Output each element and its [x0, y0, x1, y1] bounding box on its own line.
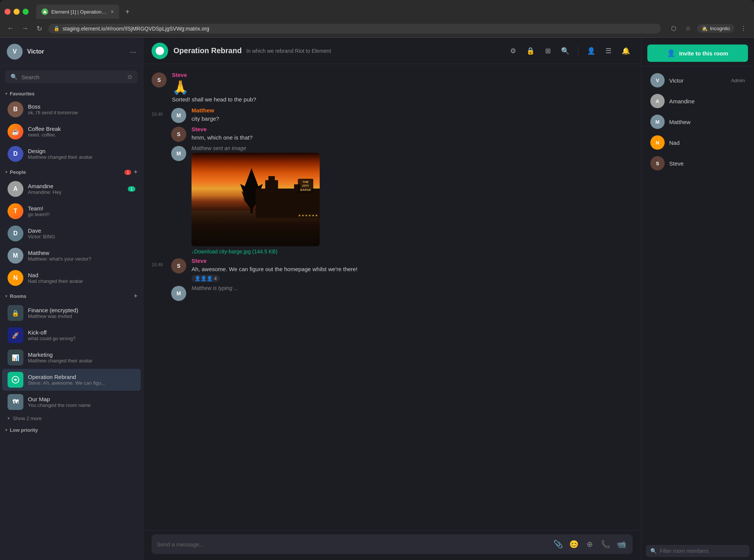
amandine-name: Amandine [28, 183, 123, 189]
coffee-avatar: ☕ [8, 124, 23, 140]
team-avatar: T [8, 203, 23, 219]
member-amandine[interactable]: A Amandine [644, 91, 751, 111]
user-avatar: V [7, 44, 23, 60]
people-add-btn[interactable]: + [133, 168, 138, 176]
member-nad[interactable]: N Nad [644, 132, 751, 153]
sidebar-item-amandine[interactable]: A Amandine Amandine: Hey 1 [2, 178, 141, 200]
url-bar[interactable]: 🔒 staging.element.io/#/room/!lSjMRGQVDSp… [48, 24, 661, 34]
ourmap-avatar: 🗺 [8, 394, 23, 410]
finance-name: Finance (encrypted) [28, 307, 135, 313]
sidebar-item-ourmap[interactable]: 🗺 Our Map You changed the room name [2, 391, 141, 413]
invite-label: Invite to this room [679, 50, 728, 57]
format-btn[interactable]: ⊕ [584, 538, 596, 550]
sidebar-item-finance[interactable]: 🔒 Finance (encrypted) Matthew was invite… [2, 302, 141, 324]
sidebar-item-marketing[interactable]: 📊 Marketing Matthew changed their avatar [2, 347, 141, 368]
member-steve[interactable]: S Steve [644, 153, 751, 173]
cast-icon[interactable]: ⬡ [668, 23, 679, 34]
tab-close-btn[interactable]: × [111, 9, 114, 15]
dave-info: Dave Victor: BING [28, 227, 135, 239]
close-window-btn[interactable] [5, 9, 11, 15]
sidebar-item-dave[interactable]: D Dave Victor: BING [2, 222, 141, 244]
boss-preview: ok, I'll send it tomorrow [28, 110, 135, 115]
security-btn[interactable]: 🔒 [524, 44, 537, 58]
low-priority-header[interactable]: ▾ Low priority [0, 424, 143, 434]
sidebar-menu-btn[interactable]: ··· [130, 48, 136, 56]
search-bar[interactable]: 🔍 ⊙ [5, 71, 138, 83]
sidebar-item-matthew[interactable]: M Matthew Matthew: what's your vector? [2, 245, 141, 267]
steve-content-1: Steve 🙏 Sorted! shall we head to the pub… [172, 72, 633, 104]
sidebar-item-kickoff[interactable]: 🚀 Kick-off what could go wrong? [2, 324, 141, 346]
incognito-label: Incognito [710, 26, 730, 31]
filter-members-bar[interactable]: 🔍 [646, 545, 749, 557]
tab-bar: Element [1] | Operation Rebran × + [0, 0, 754, 20]
member-victor[interactable]: V Victor Admin [644, 70, 751, 91]
people-header[interactable]: ▾ People 1 + [0, 165, 143, 178]
more-options-btn[interactable]: ⋮ [738, 23, 749, 34]
boss-name: Boss [28, 103, 135, 110]
sidebar-item-nad[interactable]: N Nad Nad changed their avatar [2, 267, 141, 289]
low-priority-label: Low priority [10, 427, 138, 433]
minimize-window-btn[interactable] [14, 9, 20, 15]
chat-input[interactable] [157, 541, 548, 548]
members-btn[interactable]: 👤 [584, 44, 598, 58]
notifications-btn[interactable]: 🔔 [619, 44, 633, 58]
attach-btn[interactable]: 📎 [552, 538, 564, 550]
boss-info: Boss ok, I'll send it tomorrow [28, 103, 135, 115]
filter-search-icon: 🔍 [650, 548, 657, 554]
incognito-badge: 🕵 Incognito [697, 24, 734, 33]
sidebar-item-boss[interactable]: B Boss ok, I'll send it tomorrow [2, 98, 141, 120]
browser-tab[interactable]: Element [1] | Operation Rebran × [36, 5, 119, 19]
rooms-add-btn[interactable]: + [133, 292, 138, 300]
voice-btn[interactable]: 📞 [599, 538, 611, 550]
amandine-avatar: A [8, 181, 23, 197]
steve-content-2: Steve hmm, which one is that? [192, 126, 633, 142]
rooms-header[interactable]: ▾ Rooms + [0, 289, 143, 302]
video-btn[interactable]: 📹 [615, 538, 627, 550]
apps-btn[interactable]: ⊞ [541, 44, 555, 58]
favourites-header[interactable]: ▾ Favourites [0, 88, 143, 98]
download-link[interactable]: ↓Download city-barge.jpg (144.5 KB) [192, 249, 633, 255]
sidebar-item-team[interactable]: T Team! go team!!! [2, 200, 141, 222]
team-info: Team! go team!!! [28, 205, 135, 217]
settings-btn[interactable]: ⚙ [506, 44, 520, 58]
kickoff-name: Kick-off [28, 329, 135, 336]
typing-avatar: M [171, 286, 186, 301]
reaction-1[interactable]: 👤👤👤 4 [192, 275, 220, 282]
member-matthew[interactable]: M Matthew [644, 112, 751, 132]
back-btn[interactable]: ← [5, 23, 16, 34]
low-priority-collapse-icon: ▾ [5, 428, 8, 433]
incognito-icon: 🕵 [702, 26, 708, 31]
design-avatar: D [8, 146, 23, 162]
ourmap-info: Our Map You changed the room name [28, 396, 135, 408]
show-more-rooms[interactable]: ▾ Show 2 more [2, 413, 141, 423]
city-barge-image[interactable]: THECITYBARGE [192, 153, 320, 246]
search-chat-btn[interactable]: 🔍 [558, 44, 572, 58]
typing-content: Matthew is typing ... [192, 285, 633, 291]
chat-input-area: 📎 😊 ⊕ 📞 📹 [143, 530, 641, 560]
search-input[interactable] [21, 74, 124, 80]
emoji-btn[interactable]: 😊 [568, 538, 580, 550]
threads-btn[interactable]: ☰ [602, 44, 615, 58]
image-sent-label: Matthew sent an image [192, 145, 633, 151]
chat-room-name: Operation Rebrand [173, 46, 242, 55]
browser-chrome: Element [1] | Operation Rebran × + ← → ↻… [0, 0, 754, 38]
address-bar: ← → ↻ 🔒 staging.element.io/#/room/!lSjMR… [0, 20, 754, 38]
forward-btn[interactable]: → [20, 23, 30, 34]
sidebar-item-design[interactable]: D Design Matthew changed their avatar [2, 143, 141, 165]
bookmark-btn[interactable]: ☆ [683, 23, 693, 34]
sidebar-item-operation-rebrand[interactable]: Operation Rebrand Steve: Ah, awesome. We… [2, 369, 141, 391]
victor-name: Victor [669, 77, 726, 84]
amandine-badge: 1 [128, 186, 135, 192]
invite-button[interactable]: 👤 Invite to this room [647, 44, 748, 62]
search-filter-btn[interactable]: ⊙ [127, 74, 132, 80]
amandine-preview: Amandine: Hey [28, 189, 123, 195]
matthew-sender-1: Matthew [192, 107, 633, 114]
sidebar-item-coffee[interactable]: ☕ Coffee Break need. coffee. [2, 121, 141, 143]
people-collapse-icon: ▾ [5, 170, 8, 175]
filter-input[interactable] [660, 548, 745, 554]
sidebar: V Victor ··· 🔍 ⊙ ▾ Favourites B Boss ok [0, 38, 143, 560]
finance-preview: Matthew was invited [28, 313, 135, 319]
new-tab-button[interactable]: + [122, 6, 133, 17]
reload-btn[interactable]: ↻ [34, 23, 44, 34]
maximize-window-btn[interactable] [23, 9, 29, 15]
